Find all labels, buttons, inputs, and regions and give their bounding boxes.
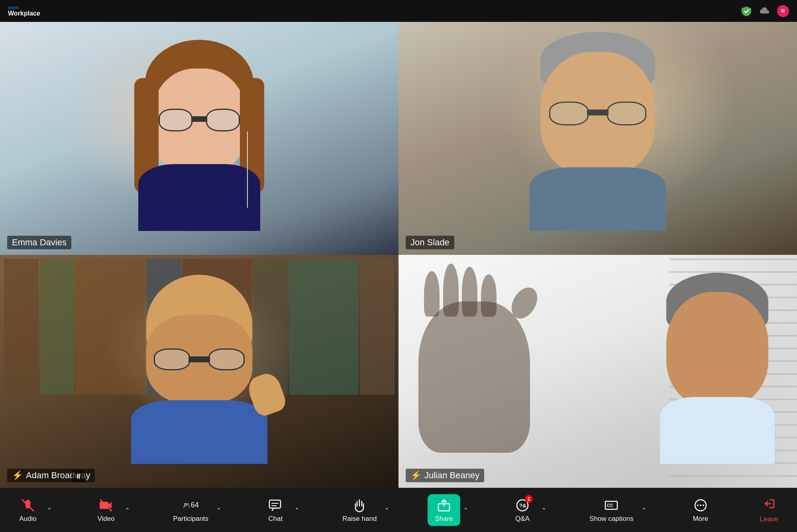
- raise-hand-label: Raise hand: [342, 515, 377, 523]
- raise-hand-button[interactable]: Raise hand: [338, 494, 381, 526]
- share-label: Share: [435, 515, 453, 523]
- qa-chevron[interactable]: ⌃: [540, 498, 548, 522]
- video-tile-julian: ⚡ Julian Beaney: [398, 255, 797, 488]
- audio-icon: [20, 497, 36, 513]
- participants-icon: 64: [183, 497, 199, 513]
- participant-name-emma: Emma Davies: [7, 236, 71, 249]
- qa-button[interactable]: ?& 2 Q&A: [506, 494, 538, 526]
- participants-button[interactable]: 64 Participants: [168, 494, 213, 526]
- participants-count: 64: [191, 501, 199, 509]
- pause-indicator-adam: ⏸: [72, 471, 85, 482]
- more-button[interactable]: More: [685, 494, 717, 526]
- leave-button[interactable]: Leave: [753, 493, 785, 526]
- svg-text:CC: CC: [607, 503, 613, 508]
- svg-rect-5: [269, 500, 281, 508]
- captions-chevron[interactable]: ⌃: [640, 498, 648, 522]
- svg-point-3: [185, 503, 186, 505]
- video-label: Video: [98, 515, 115, 523]
- share-chevron[interactable]: ⌃: [462, 498, 470, 522]
- bottom-toolbar: Audio ⌃ Video ⌃: [0, 488, 797, 532]
- mute-icon-adam: ⚡: [12, 470, 23, 481]
- qa-icon: ?& 2: [514, 497, 530, 513]
- video-tile-emma: Emma Davies: [0, 22, 398, 255]
- svg-point-16: [703, 505, 704, 506]
- captions-label: Show captions: [589, 515, 634, 523]
- video-tile-adam: ⚡ Adam Broadway ⏸: [0, 255, 398, 488]
- more-icon: [693, 497, 709, 513]
- raise-hand-group: Raise hand ⌃: [338, 494, 391, 526]
- chat-button[interactable]: Chat: [259, 494, 291, 526]
- video-button[interactable]: Video: [90, 494, 122, 526]
- top-right-icons: R: [740, 5, 789, 17]
- qa-badge: 2: [525, 495, 533, 503]
- cloud-icon[interactable]: [759, 5, 771, 17]
- video-group: Video ⌃: [90, 494, 132, 526]
- video-icon: [98, 497, 114, 513]
- qa-label: Q&A: [515, 515, 530, 523]
- participant-name-jon: Jon Slade: [406, 236, 454, 249]
- svg-point-14: [697, 505, 699, 506]
- leave-icon: [762, 497, 776, 514]
- chat-label: Chat: [268, 515, 283, 523]
- svg-point-4: [187, 503, 188, 505]
- share-button[interactable]: Share: [428, 494, 460, 526]
- audio-group: Audio ⌃: [12, 494, 53, 526]
- top-bar: zoom Workplace R: [0, 0, 797, 22]
- captions-group: CC Show captions ⌃: [585, 494, 648, 526]
- svg-point-15: [700, 505, 701, 506]
- raise-hand-chevron[interactable]: ⌃: [383, 498, 391, 522]
- more-group: More: [685, 494, 717, 526]
- audio-chevron[interactable]: ⌃: [45, 498, 53, 522]
- chat-chevron[interactable]: ⌃: [293, 498, 301, 522]
- participants-label: Participants: [173, 515, 208, 523]
- leave-group: Leave: [753, 493, 785, 526]
- workplace-brand-text: Workplace: [8, 10, 40, 17]
- participants-chevron[interactable]: ⌃: [215, 498, 223, 522]
- zoom-brand-text: zoom: [8, 5, 40, 10]
- video-tile-jon: Jon Slade: [398, 22, 797, 255]
- leave-label: Leave: [760, 515, 778, 523]
- more-label: More: [693, 515, 708, 523]
- svg-text:?&: ?&: [519, 503, 526, 509]
- mute-icon-julian: ⚡: [410, 470, 421, 481]
- video-chevron[interactable]: ⌃: [124, 498, 132, 522]
- share-group: Share ⌃: [428, 494, 469, 526]
- participant-name-julian: ⚡ Julian Beaney: [406, 469, 484, 482]
- share-icon: [436, 497, 452, 513]
- audio-button[interactable]: Audio: [12, 494, 44, 526]
- participants-group: 64 Participants ⌃: [168, 494, 223, 526]
- user-avatar[interactable]: R: [777, 5, 789, 17]
- chat-icon: [267, 497, 283, 513]
- chat-group: Chat ⌃: [259, 494, 301, 526]
- security-shield-icon[interactable]: [740, 5, 752, 17]
- captions-button[interactable]: CC Show captions: [585, 494, 638, 526]
- zoom-logo: zoom Workplace: [8, 5, 40, 17]
- qa-group: ?& 2 Q&A ⌃: [506, 494, 548, 526]
- raise-hand-icon: [351, 497, 367, 513]
- video-grid: Emma Davies Jon Slade: [0, 22, 797, 488]
- captions-icon: CC: [603, 497, 619, 513]
- audio-label: Audio: [19, 515, 36, 523]
